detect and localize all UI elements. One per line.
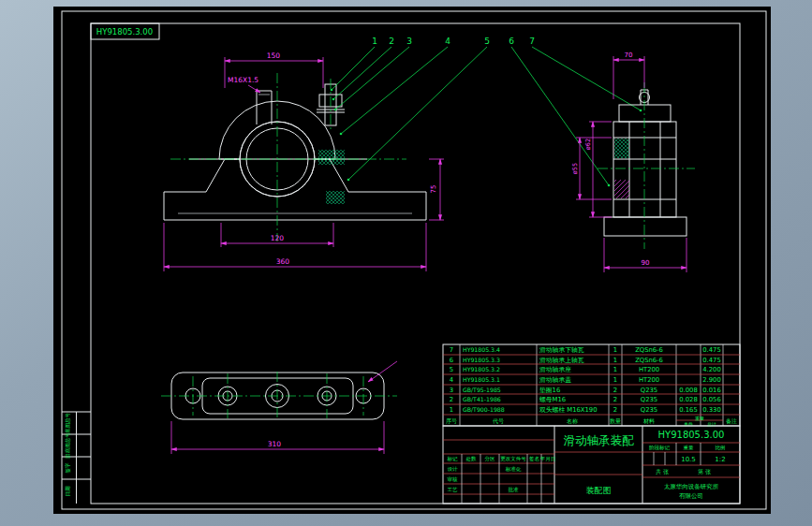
bom-cell-qty: 1 [613, 346, 617, 354]
bom-cell-material: ZQSn6-6 [635, 346, 663, 354]
tb-change-doc: 更改文件号 [500, 456, 526, 461]
bom-cell-qty: 1 [613, 357, 617, 364]
doc-type: 装配图 [586, 486, 612, 495]
tb-mark: 标记 [447, 456, 459, 462]
bom-cell-code: GB/T41-1986 [463, 396, 501, 402]
bom-header-name: 名称 [567, 417, 578, 425]
bom-cell-unit: 0.008 [679, 387, 697, 394]
drawing-number: HY91805.3.00 [658, 430, 725, 440]
bom-cell-name: 滑动轴承盖 [539, 376, 571, 384]
bom-cell-material: ZQSn6-6 [635, 357, 663, 364]
bom-cell-material: Q235 [641, 396, 657, 403]
tb-zone: 分区 [485, 456, 496, 461]
dim-bore-span: 120 [271, 234, 285, 242]
cad-viewer-window: HY91805.3.00 底图总号 旧底图总号 签字 日期 [0, 0, 812, 526]
balloon-4: 4 [445, 37, 450, 46]
bom-cell-code: HY91805.3.1 [463, 376, 500, 383]
bom-cell-material: HT200 [639, 366, 659, 373]
balloon-5: 5 [484, 37, 490, 46]
bom-cell-no: 2 [450, 396, 453, 403]
balloon-1: 1 [372, 37, 377, 46]
drawing-title: 滑动轴承装配 [564, 433, 635, 447]
tb-approve: 批准 [509, 487, 520, 493]
bom-cell-name: 垫圈16 [539, 387, 560, 394]
tb-sheets: 共 张 [656, 468, 669, 475]
dim-side-bore1: ø55 [571, 163, 579, 174]
dim-side-bore2: ø62 [584, 139, 592, 150]
margin-strip-label: 旧底图总号 [65, 432, 71, 459]
bom-cell-total: 4.200 [702, 366, 720, 373]
bom-cell-code: HY91805.3.2 [463, 366, 500, 373]
balloon-7: 7 [529, 37, 535, 46]
balloon-3: 3 [406, 37, 412, 46]
bom-cell-no: 5 [450, 366, 453, 373]
tb-stage-label: 阶段标记 [649, 445, 671, 451]
company-name-line1: 太原华向设备研究所 [664, 483, 719, 490]
tb-process: 工艺 [448, 487, 459, 492]
bom-cell-name: 双头螺柱 M16X190 [539, 406, 598, 414]
bom-cell-qty: 2 [613, 406, 617, 414]
tb-review: 审核 [448, 476, 459, 482]
bom-cell-code: GB/T95-1985 [463, 387, 501, 393]
corner-drawing-number: HY91805.3.00 [96, 27, 153, 37]
margin-strip-label: 签字 [65, 462, 71, 474]
bom-cell-unit: 0.165 [679, 406, 697, 414]
bom-cell-total: 0.016 [702, 387, 720, 394]
tb-weight-label: 重量 [684, 445, 695, 450]
bom-cell-no: 4 [450, 376, 453, 384]
tb-standardize: 标准化 [505, 466, 522, 473]
bom-cell-name: 螺母M16 [539, 396, 566, 403]
tb-count: 处数 [466, 456, 478, 462]
bom-cell-material: HT200 [639, 376, 659, 384]
balloon-2: 2 [389, 37, 394, 46]
bom-cell-no: 1 [450, 406, 453, 414]
margin-strip-label: 日期 [65, 486, 71, 497]
bom-header-qty: 数量 [610, 417, 621, 424]
bom-cell-no: 3 [450, 387, 453, 394]
company-name-line2: 有限公司 [679, 492, 703, 500]
bom-cell-qty: 1 [613, 366, 617, 373]
bom-cell-no: 7 [450, 346, 453, 354]
bom-header-code: 代号 [492, 417, 504, 424]
tb-design: 设计 [448, 466, 459, 472]
bom-cell-no: 6 [450, 357, 453, 364]
dim-plate-length: 310 [268, 440, 282, 448]
bom-cell-name: 滑动轴承上轴瓦 [539, 357, 584, 364]
bom-cell-total: 2.900 [702, 376, 720, 384]
bom-cell-code: GB/T900-1988 [463, 406, 505, 413]
balloon-6: 6 [509, 37, 514, 46]
bom-cell-total: 0.056 [702, 396, 720, 403]
bom-header-weight: 重量 [695, 416, 704, 421]
bom-row: 1 GB/T900-1988 双头螺柱 M16X190 2 Q235 0.165… [450, 406, 721, 414]
tb-scale-label: 比例 [716, 445, 726, 451]
bom-cell-total: 0.475 [702, 346, 720, 354]
dim-thread: M16X1.5 [228, 76, 258, 84]
tb-scale-value: 1:2 [715, 456, 725, 463]
bom-cell-total: 0.475 [702, 357, 720, 364]
bom-cell-unit: 0.028 [679, 396, 697, 403]
bom-cell-name: 滑动轴承下轴瓦 [539, 346, 584, 354]
tb-sign: 签名 [529, 456, 539, 462]
bom-cell-qty: 2 [613, 387, 617, 394]
bom-header-material: 材料 [642, 417, 655, 425]
tb-weight-value: 10.5 [681, 456, 696, 463]
drawing-sheet: HY91805.3.00 底图总号 旧底图总号 签字 日期 [0, 0, 812, 526]
dim-cap-width: 150 [267, 51, 281, 60]
margin-strip-label: 底图总号 [65, 413, 71, 434]
bom-header-remark: 备注 [726, 417, 737, 425]
dim-side-top: 70 [625, 51, 633, 59]
bom-cell-material: Q235 [641, 387, 657, 394]
dim-base-width: 360 [276, 257, 290, 266]
bom-cell-total: 0.330 [702, 406, 720, 414]
dim-side-base: 90 [642, 259, 650, 267]
tb-date: 年月日 [540, 456, 556, 462]
bom-cell-code: HY91805.3.3 [463, 357, 500, 363]
dim-height: 75 [430, 185, 437, 194]
tb-page: 第 张 [698, 468, 711, 475]
bom-cell-material: Q235 [641, 406, 657, 414]
bom-cell-qty: 1 [613, 376, 617, 384]
bom-cell-code: HY91805.3.4 [463, 346, 500, 353]
bom-cell-qty: 2 [613, 396, 617, 403]
bom-header-no: 序号 [446, 417, 457, 424]
bom-cell-name: 滑动轴承座 [539, 366, 571, 373]
